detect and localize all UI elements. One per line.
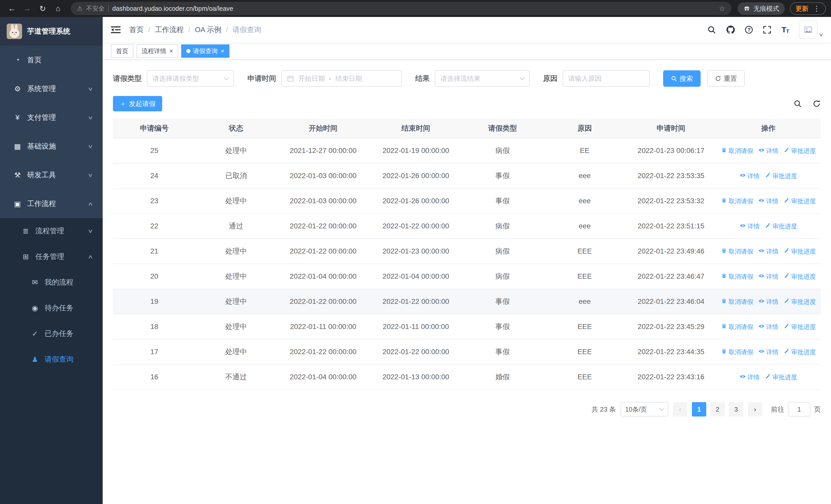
bookmark-star-icon[interactable]: ☆ bbox=[719, 4, 725, 13]
font-size-icon[interactable]: TT bbox=[781, 25, 789, 34]
tab-close-icon[interactable]: × bbox=[221, 48, 224, 54]
action-cancel-link[interactable]: 取消请假 bbox=[721, 197, 753, 205]
action-detail-link[interactable]: 详情 bbox=[758, 197, 778, 205]
action-progress-link[interactable]: 审批进度 bbox=[765, 222, 797, 231]
toggle-search-icon[interactable] bbox=[794, 99, 802, 108]
progress-icon bbox=[765, 223, 771, 230]
create-leave-button[interactable]: ＋ 发起请假 bbox=[113, 96, 162, 111]
result-select[interactable]: 请选择流结果 bbox=[435, 70, 530, 87]
home-icon[interactable]: ⌂ bbox=[51, 2, 65, 15]
action-progress-link[interactable]: 审批进度 bbox=[783, 147, 816, 155]
date-start-placeholder[interactable]: 开始日期 bbox=[298, 74, 325, 83]
cell-actions: 取消请假详情审批进度 bbox=[716, 339, 821, 364]
action-detail-link[interactable]: 详情 bbox=[740, 172, 760, 180]
action-detail-link[interactable]: 详情 bbox=[740, 373, 760, 381]
cell-start: 2021-12-27 00:00:00 bbox=[277, 138, 370, 163]
action-detail-link[interactable]: 详情 bbox=[758, 272, 778, 281]
breadcrumb-item[interactable]: 工作流程 bbox=[155, 25, 184, 35]
tab-leave-query[interactable]: 请假查询× bbox=[181, 45, 229, 58]
sidebar-item-task-management[interactable]: ⊞任务管理∧ bbox=[0, 244, 103, 269]
cell-type: 病假 bbox=[462, 213, 543, 239]
sidebar-collapse-icon[interactable] bbox=[111, 26, 121, 34]
breadcrumb-item[interactable]: 首页 bbox=[130, 25, 144, 35]
action-detail-link[interactable]: 详情 bbox=[740, 222, 760, 231]
action-progress-link[interactable]: 审批进度 bbox=[783, 323, 816, 331]
action-progress-link[interactable]: 审批进度 bbox=[765, 172, 797, 180]
next-page-button[interactable]: › bbox=[748, 402, 762, 416]
sidebar-item-infrastructure[interactable]: ▦基础设施∨ bbox=[0, 132, 103, 161]
chevron-down-icon: ∨ bbox=[88, 114, 93, 121]
reset-button[interactable]: 重置 bbox=[707, 70, 745, 87]
tab-close-icon[interactable]: × bbox=[169, 48, 173, 54]
action-detail-link[interactable]: 详情 bbox=[758, 298, 778, 306]
leave-type-select[interactable]: 请选择请假类型 bbox=[147, 70, 234, 87]
sidebar-item-todo-tasks[interactable]: ◉待办任务 bbox=[0, 295, 103, 321]
cell-applied: 2022-01-22 23:43:16 bbox=[626, 364, 716, 390]
action-cancel-link[interactable]: 取消请假 bbox=[721, 298, 753, 306]
sidebar-item-done-tasks[interactable]: ✓已办任务 bbox=[0, 321, 103, 347]
action-cancel-link[interactable]: 取消请假 bbox=[721, 272, 753, 281]
browser-menu-icon[interactable]: ⋮ bbox=[813, 4, 820, 13]
table-row: 24已取消2022-01-03 00:00:002022-01-26 00:00… bbox=[113, 163, 821, 188]
cell-start: 2022-01-03 00:00:00 bbox=[277, 188, 370, 213]
app-logo[interactable]: 芋道管理系统 bbox=[0, 17, 103, 46]
sidebar-item-system-management[interactable]: ⚙系统管理∨ bbox=[0, 75, 103, 103]
help-icon[interactable]: ? bbox=[745, 26, 753, 34]
address-bar[interactable]: ⚠ 不安全 dashboard.yudao.iocoder.cn/bpm/oa/… bbox=[71, 2, 732, 15]
security-label[interactable]: 不安全 bbox=[86, 4, 105, 12]
date-range-input[interactable]: 开始日期 - 结束日期 bbox=[281, 70, 402, 87]
chevron-down-icon: ∨ bbox=[88, 86, 93, 92]
action-progress-link[interactable]: 审批进度 bbox=[765, 373, 797, 381]
goto-page-input[interactable] bbox=[788, 402, 810, 416]
user-menu[interactable]: ∨ bbox=[799, 21, 823, 39]
sidebar-item-leave-query[interactable]: ♟请假查询 bbox=[0, 347, 103, 372]
sidebar-item-payment-management[interactable]: ¥支付管理∨ bbox=[0, 103, 103, 132]
breadcrumb-item[interactable]: OA 示例 bbox=[195, 25, 222, 35]
detail-icon bbox=[758, 273, 765, 280]
action-progress-link[interactable]: 审批进度 bbox=[783, 298, 816, 306]
page-button-3[interactable]: 3 bbox=[729, 402, 743, 416]
date-end-placeholder[interactable]: 结束日期 bbox=[336, 74, 362, 83]
url-text[interactable]: dashboard.yudao.iocoder.cn/bpm/oa/leave bbox=[112, 5, 715, 12]
page-size-select[interactable]: 10条/页 bbox=[621, 402, 668, 416]
action-progress-link[interactable]: 审批进度 bbox=[783, 197, 816, 205]
sidebar-item-process-management[interactable]: ≣流程管理∨ bbox=[0, 218, 103, 244]
action-cancel-link[interactable]: 取消请假 bbox=[721, 247, 753, 256]
prev-page-button[interactable]: ‹ bbox=[673, 402, 687, 416]
cell-start: 2022-01-22 00:00:00 bbox=[277, 289, 370, 314]
yen-icon: ¥ bbox=[12, 113, 23, 122]
search-button[interactable]: 搜索 bbox=[663, 70, 700, 87]
fullscreen-icon[interactable] bbox=[763, 25, 772, 34]
action-detail-link[interactable]: 详情 bbox=[758, 348, 778, 356]
back-icon[interactable]: ← bbox=[5, 2, 19, 15]
reload-icon[interactable]: ↻ bbox=[36, 2, 49, 15]
sidebar-item-workflow[interactable]: ▣工作流程∧ bbox=[0, 189, 103, 218]
search-icon[interactable] bbox=[707, 25, 716, 34]
page-button-2[interactable]: 2 bbox=[710, 402, 725, 416]
detail-icon bbox=[740, 172, 746, 180]
sidebar-item-my-process[interactable]: ✉我的流程 bbox=[0, 269, 103, 295]
cell-end: 2022-01-04 00:00:00 bbox=[370, 264, 462, 289]
update-button[interactable]: 更新 ⋮ bbox=[790, 2, 826, 15]
action-cancel-link[interactable]: 取消请假 bbox=[721, 323, 753, 331]
action-detail-link[interactable]: 详情 bbox=[758, 247, 778, 256]
action-detail-link[interactable]: 详情 bbox=[758, 147, 778, 155]
tab-home[interactable]: 首页 bbox=[111, 45, 134, 58]
action-progress-link[interactable]: 审批进度 bbox=[783, 348, 816, 356]
action-cancel-link[interactable]: 取消请假 bbox=[721, 147, 753, 155]
github-icon[interactable] bbox=[726, 25, 735, 34]
action-detail-link[interactable]: 详情 bbox=[758, 323, 778, 331]
action-progress-link[interactable]: 审批进度 bbox=[783, 272, 816, 281]
progress-icon bbox=[783, 323, 790, 331]
action-cancel-link[interactable]: 取消请假 bbox=[721, 348, 753, 356]
tab-process-detail[interactable]: 流程详情× bbox=[137, 45, 178, 58]
sidebar-item-home[interactable]: ◔首页 bbox=[0, 46, 103, 75]
reason-input[interactable] bbox=[563, 70, 650, 87]
sidebar-item-dev-tools[interactable]: ⚒研发工具∨ bbox=[0, 161, 103, 189]
page-button-1[interactable]: 1 bbox=[692, 402, 706, 416]
action-progress-link[interactable]: 审批进度 bbox=[783, 247, 816, 256]
leave-type-placeholder: 请选择请假类型 bbox=[152, 74, 225, 83]
refresh-table-icon[interactable] bbox=[812, 99, 821, 108]
forward-icon[interactable]: → bbox=[21, 2, 34, 15]
cell-reason: EEE bbox=[543, 264, 626, 289]
